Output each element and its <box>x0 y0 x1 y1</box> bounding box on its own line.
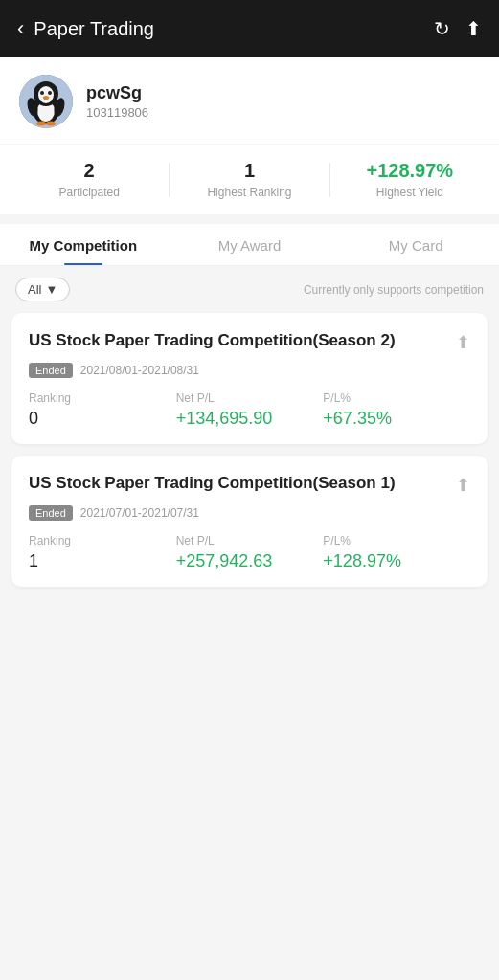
header: ‹ Paper Trading ↻ ⬆ <box>0 0 499 57</box>
stat-participated-label: Participated <box>10 186 169 199</box>
avatar-svg <box>19 75 73 128</box>
avatar <box>19 75 73 128</box>
card-1-ranking-value: 1 <box>29 551 176 571</box>
stat-yield: +128.97% Highest Yield <box>330 160 489 199</box>
card-1-net-pl-label: Net P/L <box>176 534 324 547</box>
card-1-date: 2021/07/01-2021/07/31 <box>80 506 199 520</box>
card-1-title: US Stock Paper Trading Competition(Seaso… <box>29 473 456 495</box>
card-0-status-badge: Ended <box>29 363 73 378</box>
filter-label: All <box>28 282 41 297</box>
stat-participated: 2 Participated <box>10 160 169 199</box>
avatar-image <box>19 75 73 128</box>
card-1-status-badge: Ended <box>29 505 73 521</box>
competition-card-1: US Stock Paper Trading Competition(Seaso… <box>11 456 488 587</box>
card-0-meta: Ended 2021/08/01-2021/08/31 <box>29 363 470 378</box>
stat-yield-label: Highest Yield <box>330 186 489 199</box>
stats-section: 2 Participated 1 Highest Ranking +128.97… <box>0 145 499 214</box>
card-0-pl-pct: P/L% +67.35% <box>323 391 470 429</box>
stat-participated-value: 2 <box>10 160 169 182</box>
card-1-net-pl-value: +257,942.63 <box>176 551 324 571</box>
svg-point-11 <box>46 122 56 126</box>
profile-info: pcwSg 103119806 <box>86 83 148 120</box>
card-1-net-pl: Net P/L +257,942.63 <box>176 534 324 571</box>
card-1-header: US Stock Paper Trading Competition(Seaso… <box>29 473 470 496</box>
share-header-icon[interactable]: ⬆ <box>465 17 482 40</box>
profile-section: pcwSg 103119806 <box>0 57 499 144</box>
svg-point-6 <box>48 91 52 95</box>
filter-icon: ▼ <box>45 282 57 297</box>
profile-user-id: 103119806 <box>86 105 148 120</box>
competition-card-0: US Stock Paper Trading Competition(Seaso… <box>11 313 488 444</box>
svg-point-10 <box>36 122 46 126</box>
card-1-meta: Ended 2021/07/01-2021/07/31 <box>29 505 470 521</box>
card-1-stats: Ranking 1 Net P/L +257,942.63 P/L% +128.… <box>29 534 470 571</box>
card-0-pl-pct-label: P/L% <box>323 391 470 405</box>
card-1-ranking-label: Ranking <box>29 534 176 547</box>
bottom-spacer <box>11 598 488 612</box>
card-1-share-icon[interactable]: ⬆ <box>456 475 470 496</box>
card-0-stats: Ranking 0 Net P/L +134,695.90 P/L% +67.3… <box>29 391 470 429</box>
card-0-net-pl-label: Net P/L <box>176 391 324 405</box>
card-1-pl-pct: P/L% +128.97% <box>323 534 470 571</box>
svg-point-5 <box>40 91 44 95</box>
tab-my-award[interactable]: My Award <box>167 224 333 265</box>
card-1-pl-pct-value: +128.97% <box>323 551 470 571</box>
stat-ranking-value: 1 <box>170 160 329 182</box>
page-title: Paper Trading <box>34 18 154 40</box>
card-0-pl-pct-value: +67.35% <box>323 409 470 429</box>
filter-note: Currently only supports competition <box>304 283 484 297</box>
back-button[interactable]: ‹ <box>17 16 24 41</box>
stat-ranking-label: Highest Ranking <box>170 186 329 199</box>
card-0-net-pl-value: +134,695.90 <box>176 409 324 429</box>
tabs-section: My Competition My Award My Card <box>0 224 499 266</box>
card-0-title: US Stock Paper Trading Competition(Seaso… <box>29 330 456 352</box>
filter-bar: All ▼ Currently only supports competitio… <box>0 266 499 313</box>
card-0-header: US Stock Paper Trading Competition(Seaso… <box>29 330 470 353</box>
card-0-net-pl: Net P/L +134,695.90 <box>176 391 324 429</box>
profile-username: pcwSg <box>86 83 148 103</box>
card-0-ranking: Ranking 0 <box>29 391 176 429</box>
card-1-pl-pct-label: P/L% <box>323 534 470 547</box>
header-icons: ↻ ⬆ <box>434 17 482 40</box>
stat-yield-value: +128.97% <box>330 160 489 182</box>
cards-container: US Stock Paper Trading Competition(Seaso… <box>0 313 499 612</box>
card-0-share-icon[interactable]: ⬆ <box>456 332 470 353</box>
svg-point-4 <box>38 86 54 103</box>
stat-ranking: 1 Highest Ranking <box>170 160 329 199</box>
tab-my-card[interactable]: My Card <box>332 224 499 265</box>
card-0-ranking-label: Ranking <box>29 391 176 405</box>
card-0-ranking-value: 0 <box>29 409 176 429</box>
card-0-date: 2021/08/01-2021/08/31 <box>80 364 199 377</box>
header-left: ‹ Paper Trading <box>17 16 154 41</box>
filter-button[interactable]: All ▼ <box>15 278 70 301</box>
card-1-ranking: Ranking 1 <box>29 534 176 571</box>
svg-point-7 <box>43 96 49 100</box>
tab-my-competition[interactable]: My Competition <box>0 224 167 265</box>
refresh-icon[interactable]: ↻ <box>434 17 450 40</box>
